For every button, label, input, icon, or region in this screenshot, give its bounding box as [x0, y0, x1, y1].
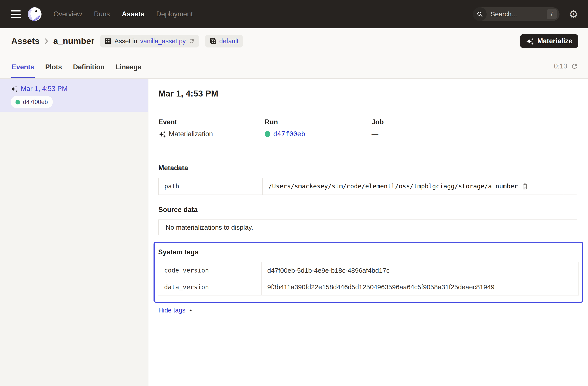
tab-lineage[interactable]: Lineage [115, 54, 142, 78]
event-summary: Event Materialization Run d47f00eb Job — [158, 118, 577, 138]
menu-icon[interactable] [11, 10, 21, 18]
caret-up-icon [188, 308, 193, 313]
run-id-link[interactable]: d47f00eb [273, 130, 305, 138]
breadcrumb-assets[interactable]: Assets [11, 36, 40, 46]
repo-badge: default [205, 35, 243, 47]
system-tags-heading: System tags [158, 248, 579, 256]
reload-icon[interactable] [189, 38, 195, 44]
event-timestamp[interactable]: Mar 1, 4:53 PM [21, 85, 68, 93]
materialize-button[interactable]: Materialize [520, 34, 578, 48]
materialize-label: Materialize [537, 37, 572, 45]
table-row: data_version 9f3b411a390fd22e158d446d5d1… [158, 279, 579, 295]
asset-file-link[interactable]: vanilla_asset.py [140, 38, 186, 45]
search-placeholder: Search... [491, 10, 517, 18]
asset-badge-prefix: Asset in [114, 38, 137, 45]
metadata-key: path [159, 178, 263, 195]
app-root: Overview Runs Assets Deployment Search..… [0, 0, 588, 386]
tag-key: data_version [158, 279, 262, 295]
materialization-icon [158, 130, 166, 138]
metadata-action-cell [564, 178, 577, 195]
job-column-label: Job [372, 118, 577, 126]
search-shortcut-key: / [547, 9, 557, 19]
sparkles-icon [526, 37, 534, 45]
asset-definition-badge: Asset in vanilla_asset.py [100, 35, 199, 47]
system-tags-section: System tags code_version d47f00eb-5d1b-4… [153, 242, 583, 303]
chevron-right-icon [43, 37, 50, 45]
nav-item-assets[interactable]: Assets [122, 10, 145, 18]
path-link[interactable]: /Users/smackesey/stm/code/elementl/oss/t… [268, 183, 518, 190]
run-id: d47f00eb [23, 99, 48, 105]
metadata-heading: Metadata [158, 164, 577, 172]
nav-item-runs[interactable]: Runs [94, 10, 110, 18]
event-details-panel: Mar 1, 4:53 PM Event Materialization Run… [148, 79, 588, 386]
repo-link[interactable]: default [219, 38, 239, 45]
system-tags-table: code_version d47f00eb-5d1b-4e9e-b18c-489… [158, 262, 579, 295]
tab-definition[interactable]: Definition [72, 54, 105, 78]
tab-events[interactable]: Events [11, 54, 35, 78]
job-value: — [372, 130, 577, 138]
table-row: path /Users/smackesey/stm/code/elementl/… [159, 178, 577, 195]
search-input[interactable]: Search... / [473, 7, 560, 21]
tag-key: code_version [158, 262, 262, 279]
table-grid-icon [105, 38, 112, 45]
page-header: Assets a_number Asset in vanilla_asset.p… [0, 28, 588, 54]
event-title: Mar 1, 4:53 PM [158, 89, 577, 99]
hide-tags-label: Hide tags [158, 307, 186, 314]
nav-item-overview[interactable]: Overview [53, 10, 82, 18]
tab-plots[interactable]: Plots [45, 54, 63, 78]
nav-item-deployment[interactable]: Deployment [156, 10, 193, 18]
source-data-section: Source data No materializations to displ… [158, 206, 577, 235]
source-data-heading: Source data [158, 206, 577, 214]
repo-icon [210, 38, 216, 45]
events-sidebar: Mar 1, 4:53 PM d47f00eb [0, 79, 148, 386]
source-data-empty-text: No materializations to display. [166, 224, 253, 231]
run-status-dot [16, 100, 20, 104]
materialization-icon [10, 85, 18, 93]
copy-icon[interactable] [521, 183, 528, 190]
top-nav-links: Overview Runs Assets Deployment [53, 10, 193, 18]
metadata-section: Metadata path /Users/smackesey/stm/code/… [158, 164, 577, 195]
run-status-dot [265, 131, 270, 137]
content-area: Mar 1, 4:53 PM d47f00eb Mar 1, 4:53 PM E… [0, 79, 588, 386]
divider [158, 111, 577, 111]
breadcrumb-current: a_number [53, 36, 94, 46]
metadata-table: path /Users/smackesey/stm/code/elementl/… [158, 178, 577, 195]
refresh-countdown: 0:13 [554, 62, 567, 70]
table-row: code_version d47f00eb-5d1b-4e9e-b18c-489… [158, 262, 579, 279]
run-column-label: Run [265, 118, 372, 126]
tab-bar-row: Events Plots Definition Lineage 0:13 [0, 54, 588, 79]
tag-value: d47f00eb-5d1b-4e9e-b18c-4896af4bd17c [262, 262, 579, 279]
refresh-timer: 0:13 [554, 54, 578, 78]
gear-icon[interactable]: ⚙ [569, 9, 578, 20]
tab-bar: Events Plots Definition Lineage [11, 54, 142, 78]
dagster-logo[interactable] [27, 7, 42, 21]
breadcrumb: Assets a_number [11, 36, 94, 46]
run-tag[interactable]: d47f00eb [11, 96, 53, 108]
event-column-label: Event [158, 118, 265, 126]
search-icon [473, 7, 487, 21]
hide-tags-link[interactable]: Hide tags [158, 307, 193, 314]
source-data-empty-state: No materializations to display. [158, 220, 577, 235]
event-list-item[interactable]: Mar 1, 4:53 PM d47f00eb [0, 79, 148, 112]
refresh-icon[interactable] [571, 62, 578, 70]
tag-value: 9f3b411a390fd22e158d446d5d12504963596aa6… [262, 279, 579, 295]
event-type-value: Materialization [169, 130, 213, 138]
top-nav-bar: Overview Runs Assets Deployment Search..… [0, 0, 588, 28]
